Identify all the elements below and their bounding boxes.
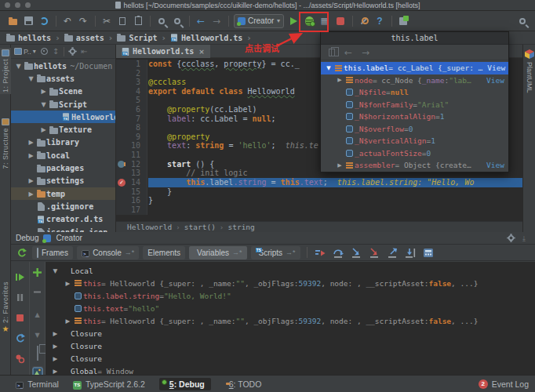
- chevron-right-icon[interactable]: ▶: [27, 152, 35, 159]
- tab-console[interactable]: >_Console→*: [77, 246, 139, 260]
- view-link[interactable]: View: [482, 64, 505, 72]
- tree-item[interactable]: packages: [11, 162, 115, 174]
- chevron-right-icon[interactable]: ▶: [50, 368, 60, 375]
- editor-breadcrumb-item[interactable]: start(): [184, 223, 216, 231]
- upload-button[interactable]: [397, 15, 409, 27]
- undo-button[interactable]: ↶: [61, 15, 74, 27]
- tree-item[interactable]: ▶local: [11, 149, 115, 162]
- sidebar-item-plantuml[interactable]: PlantUML: [526, 62, 533, 93]
- sync-button[interactable]: [38, 15, 50, 27]
- chevron-down-icon[interactable]: ▼: [50, 267, 60, 274]
- step-over-button[interactable]: [331, 247, 345, 259]
- tab-helloworld-ts[interactable]: Helloworld.ts ×: [116, 45, 210, 58]
- debugger-value-row[interactable]: _N$overflow = 0: [321, 123, 508, 136]
- debugger-value-row[interactable]: _N$horizontalAlign = 1: [321, 111, 508, 123]
- breadcrumb-item[interactable]: Script: [117, 34, 157, 42]
- chevron-right-icon[interactable]: ▶: [39, 88, 48, 95]
- chevron-right-icon[interactable]: ▶: [335, 77, 344, 83]
- variable-row[interactable]: ▶Global = Window: [45, 365, 535, 375]
- run-config-selector[interactable]: Creator▾: [234, 14, 284, 28]
- hide-panel-icon[interactable]: ⤓: [522, 233, 526, 244]
- chevron-right-icon[interactable]: ▶: [63, 318, 73, 325]
- open-button[interactable]: [6, 15, 19, 27]
- rerun-debugger-button[interactable]: [14, 247, 28, 259]
- editor-breadcrumb-item[interactable]: string: [227, 223, 254, 231]
- chevron-right-icon[interactable]: ▶: [39, 126, 48, 133]
- run-to-cursor-button[interactable]: [403, 247, 417, 259]
- copy-icon[interactable]: [329, 49, 335, 56]
- tree-item[interactable]: ▶Texture: [11, 123, 115, 136]
- view-link[interactable]: View: [482, 76, 504, 85]
- tree-item[interactable]: ▼assets: [11, 72, 115, 85]
- chevron-right-icon[interactable]: ▶: [335, 162, 344, 169]
- sidebar-item-project[interactable]: 1: Project: [0, 48, 11, 94]
- save-button[interactable]: [22, 15, 35, 27]
- expand-all-button[interactable]: ↕: [53, 46, 59, 57]
- tab-variables[interactable]: Variables→*: [189, 246, 246, 260]
- status-item-5-debug[interactable]: 5: Debug: [159, 378, 211, 390]
- cut-button[interactable]: ✂: [100, 15, 113, 27]
- view-breakpoints-button[interactable]: [15, 353, 25, 367]
- variable-row[interactable]: ▶Closure: [45, 327, 535, 339]
- stop-button[interactable]: [334, 15, 347, 27]
- rerun-button[interactable]: [15, 332, 25, 347]
- chevron-down-icon[interactable]: ▼: [324, 65, 333, 71]
- run-button[interactable]: [287, 15, 300, 27]
- debugger-value-row[interactable]: _N$file = null: [321, 86, 508, 99]
- duplicate-button[interactable]: [37, 347, 38, 361]
- execution-frame-icon[interactable]: [118, 161, 125, 168]
- step-out-button[interactable]: [385, 247, 399, 259]
- tree-item[interactable]: ▼Script: [11, 98, 115, 111]
- evaluate-button[interactable]: [421, 247, 435, 259]
- debug-settings-gear-icon[interactable]: [508, 235, 514, 241]
- breadcrumb-item[interactable]: hellots: [6, 34, 51, 42]
- pause-button[interactable]: [15, 292, 25, 306]
- variable-row[interactable]: ▶Closure: [45, 352, 535, 365]
- gear-icon[interactable]: [70, 49, 75, 54]
- paste-button[interactable]: [132, 15, 144, 27]
- status-item-terminal[interactable]: >_Terminal: [16, 379, 59, 389]
- chevron-right-icon[interactable]: ▶: [27, 139, 35, 146]
- chevron-right-icon[interactable]: ▶: [27, 177, 35, 184]
- variable-row[interactable]: ▼Local: [45, 264, 535, 277]
- find-usages-button[interactable]: [171, 15, 184, 27]
- debugger-value-row[interactable]: _N$verticalAlign = 1: [321, 135, 508, 147]
- variable-row[interactable]: ▶Closure: [45, 339, 535, 352]
- status-item-6-todo[interactable]: 6: TODO: [225, 379, 262, 389]
- event-log-widget[interactable]: 2 Event Log: [479, 379, 529, 389]
- chevron-right-icon[interactable]: ▶: [50, 343, 60, 350]
- tree-item[interactable]: ▶temp: [11, 187, 115, 200]
- forward-button[interactable]: →: [210, 15, 223, 27]
- chevron-right-icon[interactable]: ▶: [50, 330, 60, 337]
- back-button[interactable]: ←: [195, 15, 207, 27]
- variable-row[interactable]: this.text = "hello": [45, 302, 535, 314]
- settings-button[interactable]: [358, 15, 370, 27]
- variable-row[interactable]: ▶this = Helloworld {_super: , _name: "",…: [45, 277, 535, 289]
- chevron-down-icon[interactable]: ▼: [39, 101, 48, 108]
- tab-scripts[interactable]: Scripts→*: [251, 246, 300, 260]
- stop-button[interactable]: [15, 312, 25, 326]
- sidebar-item-structure[interactable]: 7: Structure: [0, 117, 11, 171]
- view-link[interactable]: View: [482, 161, 504, 169]
- tree-item[interactable]: .gitignore: [11, 200, 115, 212]
- variable-row[interactable]: ▶this = Helloworld {_super: , _name: "",…: [45, 314, 535, 327]
- chevron-right-icon[interactable]: ▶: [50, 355, 60, 362]
- find-button[interactable]: [155, 15, 168, 27]
- move-down-button[interactable]: ▼: [35, 326, 39, 341]
- editor-breadcrumb-item[interactable]: Helloworld: [127, 223, 172, 231]
- search-everywhere-button[interactable]: [516, 15, 529, 27]
- variable-row[interactable]: this.label.string = "Hello, World!": [45, 289, 535, 302]
- tab-elements[interactable]: Elements: [143, 246, 185, 260]
- tree-item[interactable]: ▼hellots~/Documen: [11, 60, 115, 72]
- chevron-down-icon[interactable]: ▼: [27, 75, 35, 82]
- tree-item[interactable]: Helloworld.ts: [11, 111, 115, 123]
- forward-arrow-icon[interactable]: →: [362, 47, 369, 58]
- debugger-value-row[interactable]: _N$fontFamily = "Arial": [321, 99, 508, 111]
- debugger-value-row[interactable]: _actualFontSize = 0: [321, 147, 508, 160]
- macos-window-controls[interactable]: [5, 2, 31, 8]
- remove-watch-button[interactable]: [32, 286, 42, 300]
- copy-button[interactable]: [116, 15, 129, 27]
- breakpoint-icon[interactable]: ✓: [118, 179, 126, 187]
- locate-file-button[interactable]: [41, 48, 48, 55]
- tree-item[interactable]: jsconfig.json: [11, 226, 115, 232]
